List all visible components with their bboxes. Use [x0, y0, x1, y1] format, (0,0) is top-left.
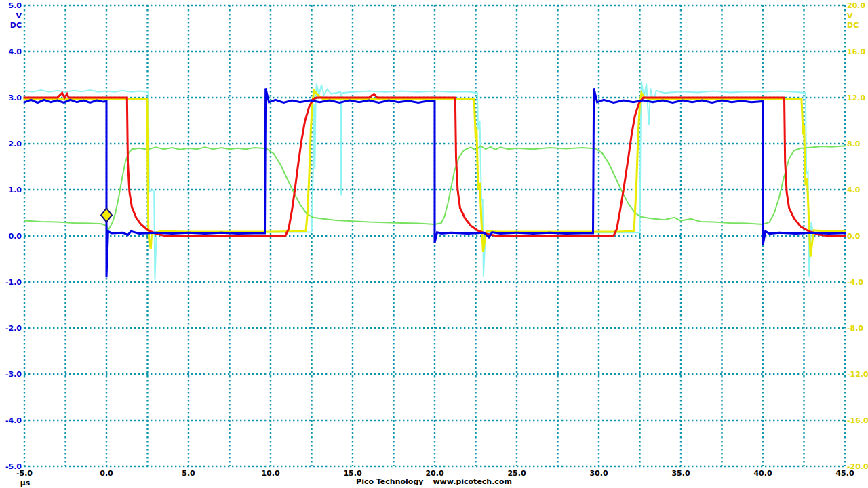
right-axis-unit-label: DC [847, 21, 859, 30]
right-axis-tick-label: 20.0 [847, 1, 865, 10]
left-axis-tick-label: 1.0 [9, 186, 22, 195]
left-axis-unit-label: DC [10, 21, 22, 30]
waveform-plot: 5.04.03.02.01.00.0-1.0-2.0-3.0-4.0-5.0VD… [0, 0, 868, 488]
right-axis-tick-label: -12.0 [847, 370, 868, 379]
left-axis-tick-label: 0.0 [9, 232, 22, 241]
footer-url: www.picotech.com [433, 477, 511, 486]
left-axis-tick-label: -2.0 [5, 324, 22, 333]
left-axis-unit-label: V [16, 12, 22, 20]
right-axis-tick-label: 8.0 [847, 140, 861, 148]
right-axis-unit-label: V [847, 12, 853, 20]
left-axis-tick-label: 3.0 [9, 94, 22, 102]
footer-brand: Pico Technology [356, 477, 423, 486]
left-axis-tick-label: -3.0 [5, 370, 22, 379]
right-axis-tick-label: 0.0 [847, 232, 861, 241]
footer-credit: Pico Technologywww.picotech.com [0, 477, 868, 486]
left-axis-tick-label: -4.0 [5, 416, 22, 425]
left-axis-tick-label: 2.0 [9, 140, 22, 148]
left-axis-tick-label: 5.0 [9, 1, 22, 10]
right-axis-tick-label: 4.0 [847, 186, 861, 195]
right-axis-tick-label: -16.0 [847, 416, 868, 425]
left-axis-tick-label: 4.0 [9, 47, 22, 56]
right-axis-tick-label: -4.0 [847, 278, 863, 287]
picoscope-screenshot: 5.04.03.02.01.00.0-1.0-2.0-3.0-4.0-5.0VD… [0, 0, 868, 488]
plot-background [0, 0, 868, 488]
right-axis-tick-label: -8.0 [847, 324, 863, 333]
right-axis-tick-label: 12.0 [847, 94, 865, 102]
left-axis-tick-label: -1.0 [5, 278, 22, 287]
right-axis-tick-label: 16.0 [847, 47, 865, 56]
